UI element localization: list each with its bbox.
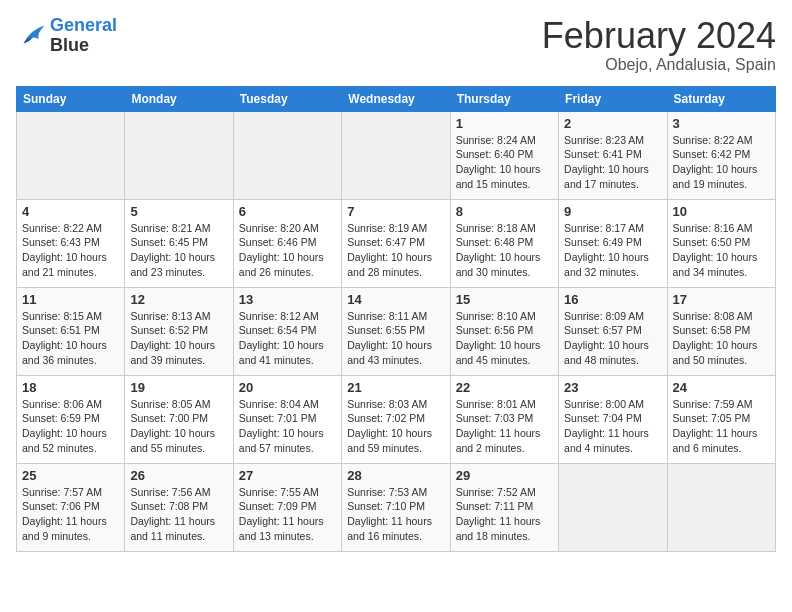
- day-detail: Sunrise: 7:52 AM Sunset: 7:11 PM Dayligh…: [456, 485, 553, 544]
- day-cell: 3Sunrise: 8:22 AM Sunset: 6:42 PM Daylig…: [667, 111, 775, 199]
- day-cell: 20Sunrise: 8:04 AM Sunset: 7:01 PM Dayli…: [233, 375, 341, 463]
- month-title: February 2024: [542, 16, 776, 56]
- header-cell-monday: Monday: [125, 86, 233, 111]
- week-row-1: 1Sunrise: 8:24 AM Sunset: 6:40 PM Daylig…: [17, 111, 776, 199]
- day-number: 12: [130, 292, 227, 307]
- day-cell: 21Sunrise: 8:03 AM Sunset: 7:02 PM Dayli…: [342, 375, 450, 463]
- day-cell: 4Sunrise: 8:22 AM Sunset: 6:43 PM Daylig…: [17, 199, 125, 287]
- day-number: 5: [130, 204, 227, 219]
- day-detail: Sunrise: 8:20 AM Sunset: 6:46 PM Dayligh…: [239, 221, 336, 280]
- day-detail: Sunrise: 8:18 AM Sunset: 6:48 PM Dayligh…: [456, 221, 553, 280]
- day-detail: Sunrise: 8:24 AM Sunset: 6:40 PM Dayligh…: [456, 133, 553, 192]
- day-detail: Sunrise: 7:56 AM Sunset: 7:08 PM Dayligh…: [130, 485, 227, 544]
- day-number: 4: [22, 204, 119, 219]
- location-title: Obejo, Andalusia, Spain: [542, 56, 776, 74]
- day-number: 11: [22, 292, 119, 307]
- day-number: 6: [239, 204, 336, 219]
- week-row-5: 25Sunrise: 7:57 AM Sunset: 7:06 PM Dayli…: [17, 463, 776, 551]
- day-detail: Sunrise: 8:23 AM Sunset: 6:41 PM Dayligh…: [564, 133, 661, 192]
- header-cell-wednesday: Wednesday: [342, 86, 450, 111]
- day-cell: [17, 111, 125, 199]
- day-detail: Sunrise: 8:15 AM Sunset: 6:51 PM Dayligh…: [22, 309, 119, 368]
- day-cell: 29Sunrise: 7:52 AM Sunset: 7:11 PM Dayli…: [450, 463, 558, 551]
- day-cell: [559, 463, 667, 551]
- day-cell: 5Sunrise: 8:21 AM Sunset: 6:45 PM Daylig…: [125, 199, 233, 287]
- day-number: 16: [564, 292, 661, 307]
- day-number: 10: [673, 204, 770, 219]
- day-number: 20: [239, 380, 336, 395]
- calendar-table: SundayMondayTuesdayWednesdayThursdayFrid…: [16, 86, 776, 552]
- page-header: General Blue February 2024 Obejo, Andalu…: [16, 16, 776, 74]
- day-cell: 11Sunrise: 8:15 AM Sunset: 6:51 PM Dayli…: [17, 287, 125, 375]
- week-row-2: 4Sunrise: 8:22 AM Sunset: 6:43 PM Daylig…: [17, 199, 776, 287]
- day-detail: Sunrise: 8:05 AM Sunset: 7:00 PM Dayligh…: [130, 397, 227, 456]
- day-detail: Sunrise: 8:04 AM Sunset: 7:01 PM Dayligh…: [239, 397, 336, 456]
- header-row: SundayMondayTuesdayWednesdayThursdayFrid…: [17, 86, 776, 111]
- day-detail: Sunrise: 7:55 AM Sunset: 7:09 PM Dayligh…: [239, 485, 336, 544]
- day-number: 3: [673, 116, 770, 131]
- day-number: 9: [564, 204, 661, 219]
- day-detail: Sunrise: 8:17 AM Sunset: 6:49 PM Dayligh…: [564, 221, 661, 280]
- day-cell: 23Sunrise: 8:00 AM Sunset: 7:04 PM Dayli…: [559, 375, 667, 463]
- header-cell-tuesday: Tuesday: [233, 86, 341, 111]
- day-cell: 12Sunrise: 8:13 AM Sunset: 6:52 PM Dayli…: [125, 287, 233, 375]
- day-cell: [342, 111, 450, 199]
- day-cell: 25Sunrise: 7:57 AM Sunset: 7:06 PM Dayli…: [17, 463, 125, 551]
- logo-icon: [16, 22, 46, 50]
- title-block: February 2024 Obejo, Andalusia, Spain: [542, 16, 776, 74]
- day-number: 8: [456, 204, 553, 219]
- day-number: 27: [239, 468, 336, 483]
- day-cell: 15Sunrise: 8:10 AM Sunset: 6:56 PM Dayli…: [450, 287, 558, 375]
- day-detail: Sunrise: 8:06 AM Sunset: 6:59 PM Dayligh…: [22, 397, 119, 456]
- week-row-4: 18Sunrise: 8:06 AM Sunset: 6:59 PM Dayli…: [17, 375, 776, 463]
- day-number: 18: [22, 380, 119, 395]
- day-detail: Sunrise: 7:59 AM Sunset: 7:05 PM Dayligh…: [673, 397, 770, 456]
- day-detail: Sunrise: 8:12 AM Sunset: 6:54 PM Dayligh…: [239, 309, 336, 368]
- day-detail: Sunrise: 8:10 AM Sunset: 6:56 PM Dayligh…: [456, 309, 553, 368]
- day-detail: Sunrise: 8:09 AM Sunset: 6:57 PM Dayligh…: [564, 309, 661, 368]
- day-cell: 6Sunrise: 8:20 AM Sunset: 6:46 PM Daylig…: [233, 199, 341, 287]
- day-cell: 9Sunrise: 8:17 AM Sunset: 6:49 PM Daylig…: [559, 199, 667, 287]
- day-number: 1: [456, 116, 553, 131]
- day-number: 26: [130, 468, 227, 483]
- day-detail: Sunrise: 8:11 AM Sunset: 6:55 PM Dayligh…: [347, 309, 444, 368]
- day-detail: Sunrise: 8:01 AM Sunset: 7:03 PM Dayligh…: [456, 397, 553, 456]
- header-cell-saturday: Saturday: [667, 86, 775, 111]
- day-cell: 19Sunrise: 8:05 AM Sunset: 7:00 PM Dayli…: [125, 375, 233, 463]
- day-cell: 14Sunrise: 8:11 AM Sunset: 6:55 PM Dayli…: [342, 287, 450, 375]
- day-detail: Sunrise: 8:13 AM Sunset: 6:52 PM Dayligh…: [130, 309, 227, 368]
- logo: General Blue: [16, 16, 117, 56]
- day-cell: 7Sunrise: 8:19 AM Sunset: 6:47 PM Daylig…: [342, 199, 450, 287]
- day-cell: 13Sunrise: 8:12 AM Sunset: 6:54 PM Dayli…: [233, 287, 341, 375]
- day-cell: [125, 111, 233, 199]
- day-number: 22: [456, 380, 553, 395]
- day-detail: Sunrise: 8:08 AM Sunset: 6:58 PM Dayligh…: [673, 309, 770, 368]
- day-number: 23: [564, 380, 661, 395]
- day-cell: 18Sunrise: 8:06 AM Sunset: 6:59 PM Dayli…: [17, 375, 125, 463]
- day-detail: Sunrise: 8:22 AM Sunset: 6:43 PM Dayligh…: [22, 221, 119, 280]
- day-cell: [667, 463, 775, 551]
- day-cell: 8Sunrise: 8:18 AM Sunset: 6:48 PM Daylig…: [450, 199, 558, 287]
- header-cell-friday: Friday: [559, 86, 667, 111]
- day-cell: 1Sunrise: 8:24 AM Sunset: 6:40 PM Daylig…: [450, 111, 558, 199]
- day-number: 15: [456, 292, 553, 307]
- day-cell: 27Sunrise: 7:55 AM Sunset: 7:09 PM Dayli…: [233, 463, 341, 551]
- header-cell-sunday: Sunday: [17, 86, 125, 111]
- day-number: 25: [22, 468, 119, 483]
- day-number: 7: [347, 204, 444, 219]
- day-number: 24: [673, 380, 770, 395]
- day-number: 13: [239, 292, 336, 307]
- day-detail: Sunrise: 7:57 AM Sunset: 7:06 PM Dayligh…: [22, 485, 119, 544]
- header-cell-thursday: Thursday: [450, 86, 558, 111]
- day-number: 28: [347, 468, 444, 483]
- day-detail: Sunrise: 7:53 AM Sunset: 7:10 PM Dayligh…: [347, 485, 444, 544]
- day-number: 29: [456, 468, 553, 483]
- day-cell: 22Sunrise: 8:01 AM Sunset: 7:03 PM Dayli…: [450, 375, 558, 463]
- day-detail: Sunrise: 8:21 AM Sunset: 6:45 PM Dayligh…: [130, 221, 227, 280]
- day-number: 14: [347, 292, 444, 307]
- day-cell: 2Sunrise: 8:23 AM Sunset: 6:41 PM Daylig…: [559, 111, 667, 199]
- day-detail: Sunrise: 8:03 AM Sunset: 7:02 PM Dayligh…: [347, 397, 444, 456]
- day-number: 2: [564, 116, 661, 131]
- day-cell: 28Sunrise: 7:53 AM Sunset: 7:10 PM Dayli…: [342, 463, 450, 551]
- day-cell: 26Sunrise: 7:56 AM Sunset: 7:08 PM Dayli…: [125, 463, 233, 551]
